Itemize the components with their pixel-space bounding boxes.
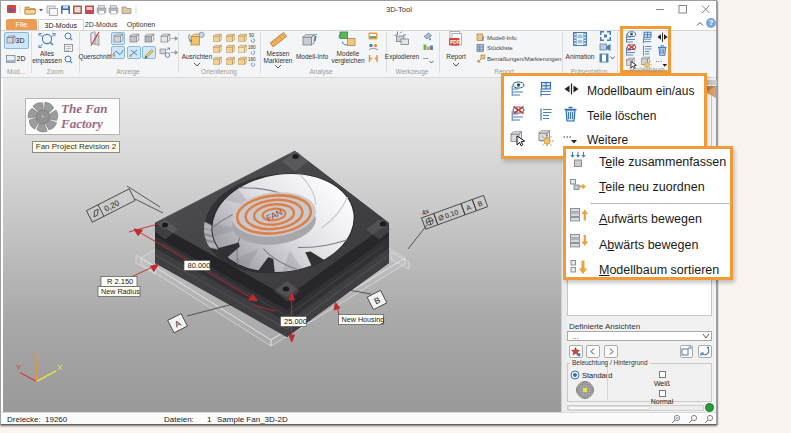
svg-text:Y: Y xyxy=(16,363,22,372)
svg-text:B: B xyxy=(477,199,484,207)
svg-text:A: A xyxy=(465,204,472,212)
svg-text:Z: Z xyxy=(34,350,39,359)
svg-text:New Housing: New Housing xyxy=(342,315,385,324)
svg-text:PDF: PDF xyxy=(450,39,460,45)
svg-text:90: 90 xyxy=(249,33,255,38)
svg-text:i: i xyxy=(314,33,317,43)
svg-text:Ø 0,10: Ø 0,10 xyxy=(437,208,459,222)
svg-text:New Radius: New Radius xyxy=(101,287,140,296)
svg-text:R 2.150: R 2.150 xyxy=(107,277,133,286)
svg-text:i: i xyxy=(482,35,484,42)
svg-text:X: X xyxy=(57,363,63,372)
svg-text:80.000: 80.000 xyxy=(188,261,211,270)
svg-text:180: 180 xyxy=(248,45,256,50)
svg-text:25.000: 25.000 xyxy=(284,317,307,326)
